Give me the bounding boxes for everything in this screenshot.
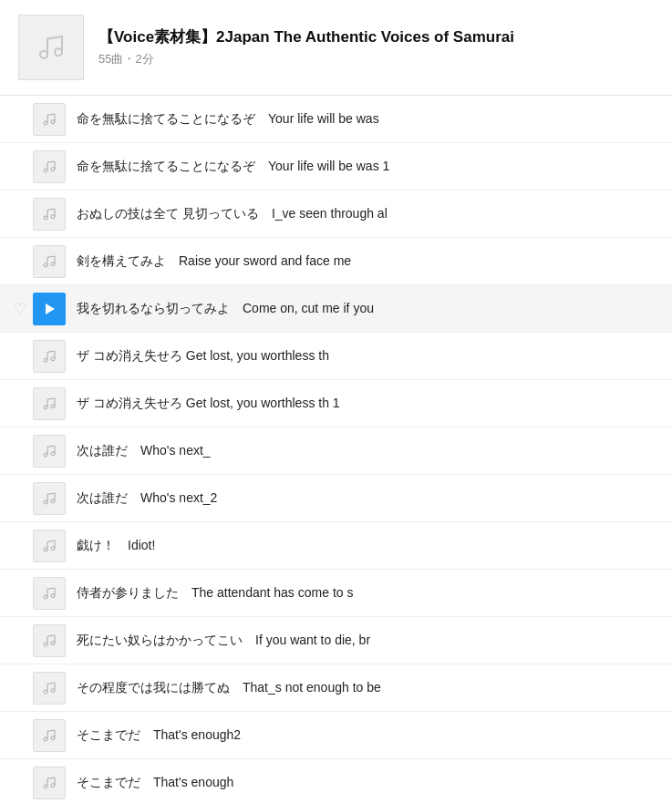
svg-point-0 — [40, 51, 47, 58]
track-thumb[interactable] — [33, 103, 66, 136]
track-item[interactable]: そこまでだ That's enough2 — [0, 712, 672, 759]
track-thumb[interactable] — [33, 624, 66, 657]
track-thumb[interactable] — [33, 577, 66, 610]
svg-point-28 — [51, 736, 55, 739]
album-art — [18, 15, 84, 80]
svg-point-9 — [51, 262, 55, 265]
track-item[interactable]: ザ コめ消え失せろ Get lost, you worthless th 1 — [0, 380, 672, 427]
svg-point-21 — [44, 595, 47, 599]
svg-point-23 — [44, 643, 47, 646]
track-thumb[interactable] — [33, 198, 66, 231]
track-item[interactable]: 次は誰だ Who's next_ — [0, 427, 672, 475]
svg-point-27 — [44, 737, 47, 741]
svg-point-26 — [51, 688, 55, 692]
track-thumb[interactable] — [33, 482, 66, 515]
album-meta: 55曲・2分 — [98, 51, 514, 67]
track-title: 命を無駄に捨てることになるぞ Your life will be was — [77, 111, 379, 128]
svg-point-17 — [44, 500, 47, 504]
svg-point-5 — [51, 167, 55, 170]
track-title: 戯け！ Idiot! — [77, 538, 155, 554]
track-thumb[interactable] — [33, 767, 66, 799]
svg-point-25 — [44, 690, 47, 694]
track-item[interactable]: 死にたい奴らはかかってこい If you want to die, br — [0, 617, 672, 664]
track-thumb[interactable] — [33, 150, 66, 183]
track-item[interactable]: ♡我を切れるなら切ってみよ Come on, cut me if you — [0, 285, 672, 333]
svg-point-24 — [51, 641, 55, 644]
track-thumb[interactable] — [33, 672, 66, 705]
track-title: 次は誰だ Who's next_2 — [77, 490, 217, 507]
svg-point-13 — [44, 406, 47, 409]
play-button-active[interactable] — [33, 293, 66, 325]
track-item[interactable]: 侍者が参りました The attendant has come to s — [0, 570, 672, 617]
track-title: 剣を構えてみよ Raise your sword and face me — [77, 253, 351, 270]
track-list: 命を無駄に捨てることになるぞ Your life will be was命を無駄… — [0, 96, 672, 803]
track-item[interactable]: 剣を構えてみよ Raise your sword and face me — [0, 238, 672, 285]
svg-point-1 — [55, 48, 62, 56]
track-item[interactable]: 戯け！ Idiot! — [0, 522, 672, 570]
svg-marker-10 — [46, 304, 55, 314]
track-item[interactable]: 次は誰だ Who's next_2 — [0, 475, 672, 522]
album-info: 【Voice素材集】2Japan The Authentic Voices of… — [98, 27, 514, 67]
svg-point-22 — [51, 593, 55, 597]
track-title: 死にたい奴らはかかってこい If you want to die, br — [77, 633, 370, 649]
svg-point-8 — [44, 263, 47, 267]
track-thumb[interactable] — [33, 719, 66, 752]
track-thumb[interactable] — [33, 530, 66, 562]
track-title: 次は誰だ Who's next_ — [77, 443, 211, 459]
track-thumb[interactable] — [33, 245, 66, 278]
heart-icon[interactable]: ♡ — [14, 300, 26, 317]
track-item[interactable]: そこまでだ That's enough — [0, 759, 672, 803]
track-title: ザ コめ消え失せろ Get lost, you worthless th — [77, 348, 329, 365]
track-item[interactable]: ザ コめ消え失せろ Get lost, you worthless th — [0, 333, 672, 380]
svg-point-3 — [51, 119, 55, 123]
svg-point-29 — [44, 785, 47, 788]
svg-point-6 — [44, 216, 47, 220]
track-title: ザ コめ消え失せろ Get lost, you worthless th 1 — [77, 396, 340, 412]
svg-point-11 — [44, 358, 47, 362]
track-title: そこまでだ That's enough2 — [77, 727, 241, 744]
svg-point-19 — [44, 548, 47, 551]
svg-point-20 — [51, 546, 55, 550]
svg-point-16 — [51, 451, 55, 455]
track-thumb[interactable] — [33, 435, 66, 468]
music-icon — [36, 33, 66, 62]
album-title: 【Voice素材集】2Japan The Authentic Voices of… — [98, 27, 514, 47]
album-header: 【Voice素材集】2Japan The Authentic Voices of… — [0, 0, 672, 96]
svg-point-7 — [51, 214, 55, 218]
track-title: 侍者が参りました The attendant has come to s — [77, 585, 353, 602]
svg-point-2 — [44, 121, 47, 125]
track-item[interactable]: その程度では我には勝てぬ That_s not enough to be — [0, 664, 672, 712]
track-item[interactable]: 命を無駄に捨てることになるぞ Your life will be was 1 — [0, 143, 672, 190]
svg-point-15 — [44, 453, 47, 457]
track-title: そこまでだ That's enough — [77, 775, 233, 791]
track-thumb[interactable] — [33, 340, 66, 373]
svg-point-30 — [51, 784, 55, 788]
svg-point-12 — [51, 356, 55, 360]
svg-point-18 — [51, 499, 55, 502]
svg-point-14 — [51, 404, 55, 407]
track-title: 我を切れるなら切ってみよ Come on, cut me if you — [77, 301, 374, 317]
track-thumb[interactable] — [33, 387, 66, 420]
heart-col: ♡ — [7, 300, 33, 317]
svg-point-4 — [44, 169, 47, 172]
track-item[interactable]: 命を無駄に捨てることになるぞ Your life will be was — [0, 96, 672, 143]
track-title: 命を無駄に捨てることになるぞ Your life will be was 1 — [77, 159, 389, 175]
track-item[interactable]: おぬしの技は全て 見切っている I_ve seen through al — [0, 190, 672, 238]
track-title: その程度では我には勝てぬ That_s not enough to be — [77, 680, 381, 696]
track-title: おぬしの技は全て 見切っている I_ve seen through al — [77, 206, 388, 222]
